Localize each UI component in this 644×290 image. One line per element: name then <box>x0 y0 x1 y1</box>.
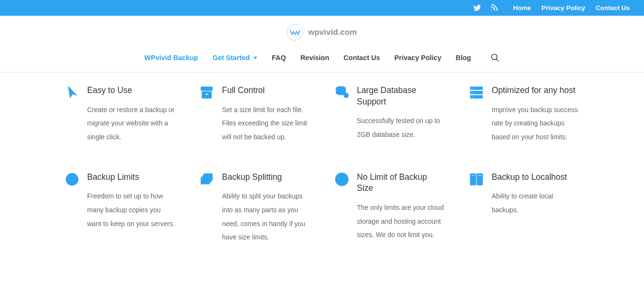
svg-point-10 <box>472 88 473 89</box>
svg-text:SIZE: SIZE <box>337 177 346 182</box>
feature-desc: The only limits are your cloud storage a… <box>357 201 445 242</box>
logo-text: wpvivid.com <box>308 28 357 37</box>
topbar-link-privacy[interactable]: Privacy Policy <box>541 4 585 11</box>
archive-icon <box>199 85 214 100</box>
feature-optimized-host: Optimized for any host Improve you backu… <box>469 85 580 144</box>
svg-point-6 <box>344 93 348 98</box>
svg-line-1 <box>496 59 498 62</box>
nav-revision[interactable]: Revision <box>300 54 329 62</box>
rss-icon <box>490 4 498 12</box>
nav-privacy-policy[interactable]: Privacy Policy <box>394 54 441 62</box>
svg-rect-17 <box>201 177 210 184</box>
feature-title: Backup Limits <box>87 172 176 183</box>
feature-title: Easy to Use <box>87 85 176 96</box>
feature-backup-localhost: Backup to Localhost Ability to create lo… <box>469 172 580 244</box>
rss-link[interactable] <box>490 4 498 12</box>
main-nav: WPvivid Backup Get Started FAQ Revision … <box>0 44 644 72</box>
svg-point-11 <box>472 92 473 93</box>
svg-rect-2 <box>201 87 212 91</box>
feature-title: Backup to Localhost <box>492 172 580 183</box>
nav-label: WPvivid Backup <box>144 54 198 62</box>
feature-backup-splitting: Backup Splitting Ability to split your b… <box>199 172 310 244</box>
ban-icon <box>64 172 80 187</box>
feature-backup-limits: Backup Limits Freedom to set up to how m… <box>64 172 176 244</box>
features-grid: Easy to Use Create or restore a backup o… <box>64 85 580 254</box>
feature-desc: Successfully tested on up to 2GB databas… <box>357 114 445 141</box>
feature-desc: Set a size limit for each file. Files ex… <box>222 103 310 144</box>
servers-icon <box>469 85 484 100</box>
chevron-down-icon <box>253 57 257 59</box>
feature-title: Large Database Support <box>357 85 445 107</box>
topbar-link-home[interactable]: Home <box>513 4 531 11</box>
feature-easy-to-use: Easy to Use Create or restore a backup o… <box>64 85 176 144</box>
logo-mark <box>287 24 303 41</box>
nav-label: Get Started <box>212 54 250 62</box>
feature-desc: Ability to create local backups. <box>492 189 580 217</box>
feature-no-limit-size: SIZE No Limit of Backup Size The only li… <box>334 172 445 244</box>
feature-desc: Improve you backup success rate by creat… <box>492 103 580 144</box>
social-links <box>473 4 498 12</box>
feature-title: Backup Splitting <box>222 172 310 183</box>
pointer-icon <box>64 85 80 100</box>
logo-icon <box>290 29 300 36</box>
nav-blog[interactable]: Blog <box>455 54 471 62</box>
feature-full-control: Full Control Set a size limit for each f… <box>199 85 310 144</box>
local-servers-icon <box>469 172 484 187</box>
feature-title: No Limit of Backup Size <box>357 172 445 194</box>
size-badge-icon: SIZE <box>334 172 349 187</box>
twitter-link[interactable] <box>473 4 481 12</box>
feature-desc: Create or restore a backup or migrate yo… <box>87 103 176 144</box>
twitter-icon <box>473 4 481 12</box>
nav-contact-us[interactable]: Contact Us <box>344 54 380 62</box>
topbar-link-contact[interactable]: Contact Us <box>596 4 630 11</box>
svg-rect-22 <box>471 175 475 176</box>
feature-title: Optimized for any host <box>492 85 580 96</box>
feature-large-database: Large Database Support Successfully test… <box>334 85 445 144</box>
feature-title: Full Control <box>222 85 310 96</box>
stack-icon <box>199 172 214 187</box>
header: wpvivid.com WPvivid Backup Get Started F… <box>0 16 644 72</box>
search-icon <box>490 53 500 62</box>
nav-faq[interactable]: FAQ <box>272 54 286 62</box>
feature-desc: Freedom to set up to how many backup cop… <box>87 189 176 230</box>
top-bar: Home Privacy Policy Contact Us <box>0 0 644 16</box>
nav-wpvivid-backup[interactable]: WPvivid Backup <box>144 54 198 62</box>
svg-point-12 <box>472 96 473 98</box>
nav-get-started[interactable]: Get Started <box>212 54 257 62</box>
logo[interactable]: wpvivid.com <box>0 16 644 44</box>
svg-rect-4 <box>205 93 208 95</box>
database-icon <box>334 85 349 100</box>
svg-rect-23 <box>478 175 482 176</box>
svg-point-0 <box>491 54 497 60</box>
feature-desc: Ability to split your backups into as ma… <box>222 189 310 244</box>
search-button[interactable] <box>490 53 500 62</box>
